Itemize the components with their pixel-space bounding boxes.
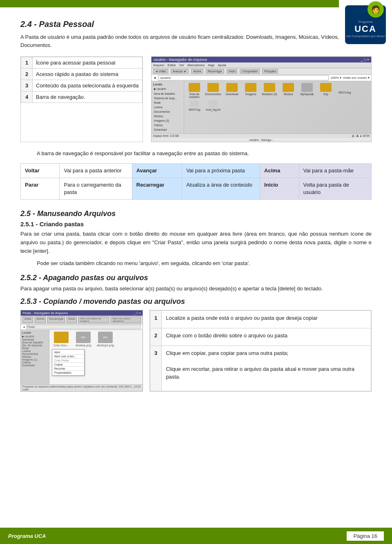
nav-inicio-label: Início: [260, 178, 299, 199]
ss-folder-label: Documentos: [205, 93, 222, 96]
ss-nav-bar: ◄ Voltar Avançar ► Acima Recarregar Iníc…: [151, 68, 371, 75]
copy-list-table: 1 Localize a pasta onde está o arquivo o…: [150, 310, 371, 391]
ss-main-content: Área de trabalho Documentos Download: [184, 81, 371, 134]
bs-menu-criar-pasta: Criar Pasta: [53, 359, 83, 363]
bs-main: Criar novo... IMG desktop.png IMG deskto…: [49, 330, 143, 384]
bs-sidebar-videos: Vídeos: [22, 361, 48, 364]
ss-status-time: 🔊 🖧 ● 18:54: [352, 134, 370, 138]
item-num-1: 1: [21, 57, 33, 69]
screenshot-sim: usuário - Navegador de Arquivos _ □ × Ar…: [151, 57, 371, 142]
bs-menu-abrir-com: Abrir com a ferr...: [53, 354, 83, 359]
bs-abrir-editor: Abrir com Editor de imagens: [78, 317, 109, 323]
bs-btn-voltar: Voltar: [22, 317, 33, 323]
copy-item-num-2: 2: [150, 328, 162, 346]
bs-file-thumb-1: IMG: [76, 332, 91, 343]
ss-toolbar: Arquivo Editar Ver Marcadores Alga Ajuda: [151, 62, 371, 68]
ss-sidebar-videos: Vídeos: [153, 123, 182, 127]
copy-screenshot: Pirata - Navegador de Arquivos _ □ × Vol…: [20, 310, 143, 392]
nav-acima-label: Acima: [260, 163, 299, 178]
ss-titlebar: usuário - Navegador de Arquivos _ □ ×: [151, 57, 371, 62]
bs-sidebar-musica: Música: [22, 355, 48, 358]
nav-recarregar-label: Recarregar: [132, 178, 182, 199]
ss-sidebar-imagens: Imagens (2): [153, 118, 182, 123]
bs-file-thumb-2: IMG: [98, 332, 113, 343]
bs-sidebar-docs: Documentos: [22, 352, 48, 355]
ss-file-tcxd: tcxd_log.txt: [205, 100, 222, 111]
bs-address: Pirata: [26, 325, 141, 329]
bs-sidebar-download: Download: [22, 364, 48, 367]
item-num-4: 4: [21, 91, 33, 103]
ss-sidebar-download: Download: [153, 127, 182, 132]
nav-acima-desc: Vai para a pasta-mãe: [299, 163, 371, 178]
section-24-intro: A Pasta de usuário é uma pasta padrão on…: [20, 33, 372, 49]
bs-file-desktop-png: IMG desktop.png: [73, 332, 94, 347]
nav-avancar-label: Avançar: [132, 163, 182, 178]
section-251-para2: Pode ser criada também clicando no menu …: [20, 259, 372, 268]
bs-outros: Abrir com outros aplicativos: [111, 317, 141, 323]
nav-recarregar-desc: Atualiza a área de conteúdo: [182, 178, 260, 199]
nav-inicio-desc: Volta para pasta de usuário: [299, 178, 371, 199]
item-num-2: 2: [21, 69, 33, 80]
footer-left-text: Programa UCA: [8, 533, 46, 539]
ss-file-label: tcxd_log.txt: [205, 108, 222, 111]
ss-sidebar-lixeira: Lixeira: [153, 105, 182, 109]
bs-btn-acima: Acima: [35, 317, 46, 323]
ss-btn-voltar: ◄ Voltar: [153, 69, 168, 74]
bs-statusbar: Preparar os arquivos selecionados para s…: [21, 384, 143, 391]
copy-desc-3b: Clique em recortar, para retirar o arqui…: [166, 366, 354, 380]
nav-table: Voltar Vai para a pasta anterior Avançar…: [20, 163, 372, 200]
copy-desc-3a: Clique em copiar, para copiar para uma o…: [166, 350, 288, 356]
bs-sidebar-rede: Rede: [22, 347, 48, 350]
numbered-list-box: 1 Ícone para acessar pasta pessoal 2 Ace…: [20, 56, 143, 142]
bs-status-selected: Preparar os arquivos selecionados para s…: [22, 385, 118, 391]
item-desc-3: Conteúdo da pasta selecionada à esquerda: [33, 80, 143, 91]
bs-folder-label: Criar novo...: [51, 344, 71, 347]
copy-item-num-3: 3: [150, 346, 162, 391]
ss-location-label: ◄: [153, 76, 156, 80]
ss-zoom: 100% ▾: [330, 76, 341, 80]
ss-title-text: usuário - Navegador de Arquivos: [154, 58, 207, 62]
numbered-list-table: 1 Ícone para acessar pasta pessoal 2 Ace…: [21, 57, 143, 103]
section-253-title: 2.5.3 - Copiando / movendo pastas ou arq…: [20, 297, 372, 306]
copy-item-num-1: 1: [150, 311, 162, 328]
ss-menu-ajuda: Ajuda: [218, 63, 226, 67]
nav-avancar-desc: Vai para a próxima pasta: [182, 163, 260, 178]
ss-sidebar-area-trab: Área de trabalho: [153, 91, 182, 96]
list-item: 1 Ícone para acessar pasta pessoal: [21, 57, 143, 69]
bs-sidebar-lixeira: Lixeira: [22, 350, 48, 352]
section-251-title: 2.5.1 - Criando pastas: [20, 221, 372, 227]
ss-file-recvlog: RECV.log: [336, 83, 353, 98]
section-24-title: 2.4 - Pasta Pessoal: [20, 20, 372, 29]
section-252-para: Para apagar uma pasta ou arquivo, basta …: [20, 285, 372, 293]
bs-titlebar: Pirata - Navegador de Arquivos _ □ ×: [21, 310, 143, 316]
ss-folder-label: Área de trabalho: [186, 93, 203, 98]
ss-controls: _ □ ×: [361, 58, 369, 62]
ss-body: Locais ▶ usuário Área de trabalho Sistem…: [151, 81, 371, 134]
footer-right-text: Página 16: [347, 531, 384, 541]
ss-menu-marcadores: Marcadores: [187, 63, 205, 67]
ss-local-label: Locais: [153, 83, 182, 86]
bs-status-time: 13:31: [134, 385, 141, 391]
nav-voltar-desc: Vai para a pasta anterior: [60, 163, 132, 178]
ss-address-bar: ◄ usuário 100% ▾ Visão em ícones ▾: [151, 75, 371, 81]
list-item: 3 Conteúdo da pasta selecionada à esquer…: [21, 80, 143, 91]
ss-folder-label: Imagens: [242, 93, 259, 96]
item-num-3: 3: [21, 80, 33, 91]
nav-table-row-2: Parar Para o carregamento da pasta Recar…: [21, 178, 372, 199]
ss-btn-computador: Computador: [240, 69, 260, 74]
logo-subtitle: Um Computador por Aluno: [346, 34, 385, 38]
ss-address-field: usuário: [158, 75, 329, 80]
bs-status-ip: 192.168.0...: [118, 385, 134, 391]
ss-btn-recarregar: Recarregar: [206, 69, 224, 74]
nav-caption-text: A barra de navegação é responsável por f…: [20, 149, 372, 158]
nav-parar-label: Parar: [21, 178, 60, 199]
ss-folder-musica: Música: [280, 83, 297, 98]
ss-btn-inicio: Início: [227, 69, 238, 74]
copy-item-desc-3: Clique em copiar, para copiar para uma o…: [162, 346, 371, 391]
ss-folder-modelos: Modelos (3): [261, 83, 278, 98]
bs-local-label: Locais: [22, 331, 48, 334]
list-item: 1 Localize a pasta onde está o arquivo o…: [150, 311, 371, 328]
ss-sidebar-musica: Música: [153, 114, 182, 118]
ss-status-space: espaço livre: 2.8 GB: [153, 134, 179, 138]
ss-folder-area-trab: Área de trabalho: [186, 83, 203, 98]
